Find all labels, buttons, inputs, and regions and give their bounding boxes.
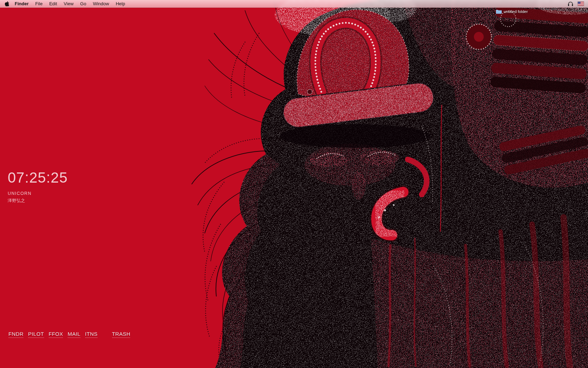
- dock-item-pilot[interactable]: PILOT: [28, 331, 44, 338]
- menu-item-window[interactable]: Window: [93, 0, 109, 8]
- menu-item-edit[interactable]: Edit: [49, 0, 57, 8]
- us-flag-icon[interactable]: [578, 2, 584, 6]
- text-dock: FNDR PILOT FFOX MAIL ITNS TRASH: [8, 331, 135, 338]
- dock-item-trash[interactable]: TRASH: [112, 331, 131, 338]
- wallpaper-samurai-art: [0, 0, 588, 368]
- menu-bar: Finder File Edit View Go Window Help: [0, 0, 588, 8]
- headphones-icon[interactable]: [568, 1, 573, 6]
- desktop-icon-label: untitled folder: [504, 9, 528, 14]
- menu-item-go[interactable]: Go: [80, 0, 86, 8]
- desktop-icon-untitled-folder[interactable]: untitled folder: [496, 9, 528, 14]
- clock-widget: 07:25:25 UNICORN 澤野弘之: [8, 170, 68, 204]
- folder-icon: [496, 9, 502, 14]
- menu-item-help[interactable]: Help: [116, 0, 125, 8]
- dock-item-fndr[interactable]: FNDR: [8, 331, 23, 338]
- menu-item-finder[interactable]: Finder: [15, 0, 29, 8]
- menu-item-file[interactable]: File: [35, 0, 43, 8]
- menu-item-view[interactable]: View: [64, 0, 74, 8]
- menu-bar-status-area: [568, 1, 584, 6]
- widget-song-artist: 澤野弘之: [8, 198, 68, 204]
- dock-item-ffox[interactable]: FFOX: [49, 331, 63, 338]
- dock-item-mail[interactable]: MAIL: [68, 331, 80, 338]
- samurai-brim-shadow: [280, 124, 430, 148]
- apple-menu-icon[interactable]: [4, 1, 9, 7]
- widget-song-title: UNICORN: [8, 191, 68, 196]
- menu-bar-left: Finder File Edit View Go Window Help: [4, 0, 125, 8]
- clock-time: 07:25:25: [8, 170, 68, 185]
- dock-item-itns[interactable]: ITNS: [85, 331, 98, 338]
